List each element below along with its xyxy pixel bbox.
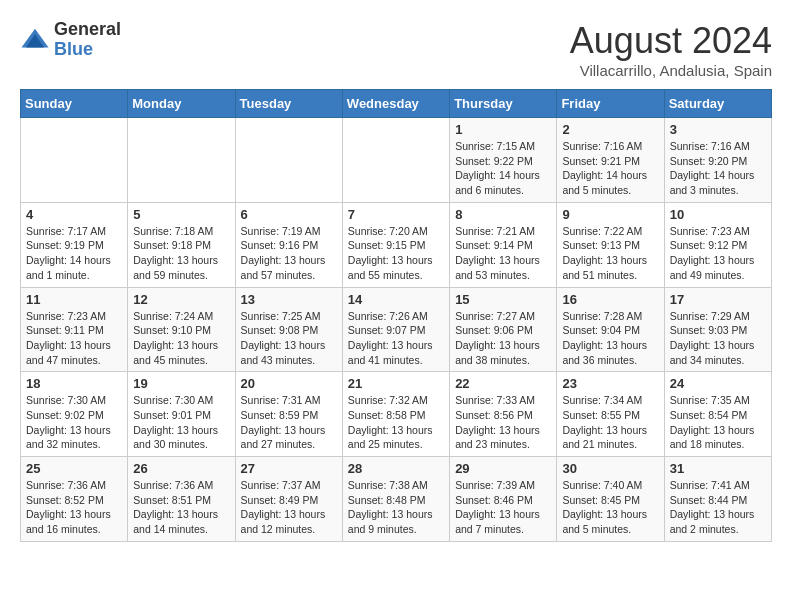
calendar-week-3: 11Sunrise: 7:23 AMSunset: 9:11 PMDayligh… bbox=[21, 287, 772, 372]
day-number: 21 bbox=[348, 376, 444, 391]
day-info: Sunrise: 7:29 AMSunset: 9:03 PMDaylight:… bbox=[670, 309, 766, 368]
day-info: Sunrise: 7:40 AMSunset: 8:45 PMDaylight:… bbox=[562, 478, 658, 537]
calendar-cell: 30Sunrise: 7:40 AMSunset: 8:45 PMDayligh… bbox=[557, 457, 664, 542]
day-info: Sunrise: 7:30 AMSunset: 9:02 PMDaylight:… bbox=[26, 393, 122, 452]
day-info: Sunrise: 7:33 AMSunset: 8:56 PMDaylight:… bbox=[455, 393, 551, 452]
day-number: 3 bbox=[670, 122, 766, 137]
weekday-header-friday: Friday bbox=[557, 90, 664, 118]
calendar-cell: 31Sunrise: 7:41 AMSunset: 8:44 PMDayligh… bbox=[664, 457, 771, 542]
calendar-cell: 13Sunrise: 7:25 AMSunset: 9:08 PMDayligh… bbox=[235, 287, 342, 372]
day-number: 1 bbox=[455, 122, 551, 137]
day-number: 25 bbox=[26, 461, 122, 476]
header: General Blue August 2024 Villacarrillo, … bbox=[20, 20, 772, 79]
day-info: Sunrise: 7:39 AMSunset: 8:46 PMDaylight:… bbox=[455, 478, 551, 537]
day-info: Sunrise: 7:20 AMSunset: 9:15 PMDaylight:… bbox=[348, 224, 444, 283]
calendar-cell: 11Sunrise: 7:23 AMSunset: 9:11 PMDayligh… bbox=[21, 287, 128, 372]
day-number: 8 bbox=[455, 207, 551, 222]
calendar-cell: 29Sunrise: 7:39 AMSunset: 8:46 PMDayligh… bbox=[450, 457, 557, 542]
calendar-cell: 17Sunrise: 7:29 AMSunset: 9:03 PMDayligh… bbox=[664, 287, 771, 372]
day-info: Sunrise: 7:23 AMSunset: 9:11 PMDaylight:… bbox=[26, 309, 122, 368]
day-number: 24 bbox=[670, 376, 766, 391]
day-info: Sunrise: 7:38 AMSunset: 8:48 PMDaylight:… bbox=[348, 478, 444, 537]
day-number: 15 bbox=[455, 292, 551, 307]
location-subtitle: Villacarrillo, Andalusia, Spain bbox=[570, 62, 772, 79]
day-number: 31 bbox=[670, 461, 766, 476]
day-number: 5 bbox=[133, 207, 229, 222]
calendar-cell bbox=[128, 118, 235, 203]
calendar-cell: 18Sunrise: 7:30 AMSunset: 9:02 PMDayligh… bbox=[21, 372, 128, 457]
day-info: Sunrise: 7:18 AMSunset: 9:18 PMDaylight:… bbox=[133, 224, 229, 283]
day-number: 18 bbox=[26, 376, 122, 391]
day-info: Sunrise: 7:22 AMSunset: 9:13 PMDaylight:… bbox=[562, 224, 658, 283]
calendar-cell: 8Sunrise: 7:21 AMSunset: 9:14 PMDaylight… bbox=[450, 202, 557, 287]
day-number: 27 bbox=[241, 461, 337, 476]
calendar-cell: 22Sunrise: 7:33 AMSunset: 8:56 PMDayligh… bbox=[450, 372, 557, 457]
calendar-cell: 25Sunrise: 7:36 AMSunset: 8:52 PMDayligh… bbox=[21, 457, 128, 542]
calendar-cell: 19Sunrise: 7:30 AMSunset: 9:01 PMDayligh… bbox=[128, 372, 235, 457]
weekday-header-wednesday: Wednesday bbox=[342, 90, 449, 118]
day-info: Sunrise: 7:31 AMSunset: 8:59 PMDaylight:… bbox=[241, 393, 337, 452]
weekday-header-tuesday: Tuesday bbox=[235, 90, 342, 118]
calendar-cell: 7Sunrise: 7:20 AMSunset: 9:15 PMDaylight… bbox=[342, 202, 449, 287]
day-info: Sunrise: 7:35 AMSunset: 8:54 PMDaylight:… bbox=[670, 393, 766, 452]
calendar-week-5: 25Sunrise: 7:36 AMSunset: 8:52 PMDayligh… bbox=[21, 457, 772, 542]
logo-general-text: General bbox=[54, 20, 121, 40]
weekday-header-sunday: Sunday bbox=[21, 90, 128, 118]
day-info: Sunrise: 7:27 AMSunset: 9:06 PMDaylight:… bbox=[455, 309, 551, 368]
calendar-cell: 12Sunrise: 7:24 AMSunset: 9:10 PMDayligh… bbox=[128, 287, 235, 372]
day-number: 4 bbox=[26, 207, 122, 222]
day-info: Sunrise: 7:16 AMSunset: 9:21 PMDaylight:… bbox=[562, 139, 658, 198]
day-number: 12 bbox=[133, 292, 229, 307]
calendar-cell bbox=[21, 118, 128, 203]
weekday-header-saturday: Saturday bbox=[664, 90, 771, 118]
calendar-cell: 5Sunrise: 7:18 AMSunset: 9:18 PMDaylight… bbox=[128, 202, 235, 287]
day-info: Sunrise: 7:15 AMSunset: 9:22 PMDaylight:… bbox=[455, 139, 551, 198]
calendar-cell bbox=[235, 118, 342, 203]
day-info: Sunrise: 7:24 AMSunset: 9:10 PMDaylight:… bbox=[133, 309, 229, 368]
calendar-cell: 20Sunrise: 7:31 AMSunset: 8:59 PMDayligh… bbox=[235, 372, 342, 457]
calendar-cell: 10Sunrise: 7:23 AMSunset: 9:12 PMDayligh… bbox=[664, 202, 771, 287]
calendar-cell: 27Sunrise: 7:37 AMSunset: 8:49 PMDayligh… bbox=[235, 457, 342, 542]
day-info: Sunrise: 7:17 AMSunset: 9:19 PMDaylight:… bbox=[26, 224, 122, 283]
day-info: Sunrise: 7:28 AMSunset: 9:04 PMDaylight:… bbox=[562, 309, 658, 368]
title-area: August 2024 Villacarrillo, Andalusia, Sp… bbox=[570, 20, 772, 79]
day-info: Sunrise: 7:25 AMSunset: 9:08 PMDaylight:… bbox=[241, 309, 337, 368]
day-info: Sunrise: 7:19 AMSunset: 9:16 PMDaylight:… bbox=[241, 224, 337, 283]
calendar-cell: 9Sunrise: 7:22 AMSunset: 9:13 PMDaylight… bbox=[557, 202, 664, 287]
day-number: 6 bbox=[241, 207, 337, 222]
day-info: Sunrise: 7:37 AMSunset: 8:49 PMDaylight:… bbox=[241, 478, 337, 537]
day-number: 19 bbox=[133, 376, 229, 391]
calendar-table: SundayMondayTuesdayWednesdayThursdayFrid… bbox=[20, 89, 772, 542]
calendar-week-2: 4Sunrise: 7:17 AMSunset: 9:19 PMDaylight… bbox=[21, 202, 772, 287]
month-title: August 2024 bbox=[570, 20, 772, 62]
day-number: 29 bbox=[455, 461, 551, 476]
calendar-cell: 6Sunrise: 7:19 AMSunset: 9:16 PMDaylight… bbox=[235, 202, 342, 287]
day-number: 28 bbox=[348, 461, 444, 476]
weekday-header-thursday: Thursday bbox=[450, 90, 557, 118]
weekday-row: SundayMondayTuesdayWednesdayThursdayFrid… bbox=[21, 90, 772, 118]
day-number: 20 bbox=[241, 376, 337, 391]
day-number: 30 bbox=[562, 461, 658, 476]
calendar-cell: 16Sunrise: 7:28 AMSunset: 9:04 PMDayligh… bbox=[557, 287, 664, 372]
logo-blue-text: Blue bbox=[54, 40, 121, 60]
day-info: Sunrise: 7:21 AMSunset: 9:14 PMDaylight:… bbox=[455, 224, 551, 283]
calendar-cell: 3Sunrise: 7:16 AMSunset: 9:20 PMDaylight… bbox=[664, 118, 771, 203]
logo-text: General Blue bbox=[54, 20, 121, 60]
calendar-cell: 1Sunrise: 7:15 AMSunset: 9:22 PMDaylight… bbox=[450, 118, 557, 203]
logo-icon bbox=[20, 25, 50, 55]
day-info: Sunrise: 7:16 AMSunset: 9:20 PMDaylight:… bbox=[670, 139, 766, 198]
weekday-header-monday: Monday bbox=[128, 90, 235, 118]
calendar-header: SundayMondayTuesdayWednesdayThursdayFrid… bbox=[21, 90, 772, 118]
day-number: 7 bbox=[348, 207, 444, 222]
day-number: 17 bbox=[670, 292, 766, 307]
calendar-body: 1Sunrise: 7:15 AMSunset: 9:22 PMDaylight… bbox=[21, 118, 772, 542]
day-info: Sunrise: 7:36 AMSunset: 8:52 PMDaylight:… bbox=[26, 478, 122, 537]
day-info: Sunrise: 7:30 AMSunset: 9:01 PMDaylight:… bbox=[133, 393, 229, 452]
calendar-cell: 21Sunrise: 7:32 AMSunset: 8:58 PMDayligh… bbox=[342, 372, 449, 457]
day-number: 22 bbox=[455, 376, 551, 391]
calendar-week-4: 18Sunrise: 7:30 AMSunset: 9:02 PMDayligh… bbox=[21, 372, 772, 457]
calendar-cell: 23Sunrise: 7:34 AMSunset: 8:55 PMDayligh… bbox=[557, 372, 664, 457]
calendar-cell: 26Sunrise: 7:36 AMSunset: 8:51 PMDayligh… bbox=[128, 457, 235, 542]
day-number: 10 bbox=[670, 207, 766, 222]
day-number: 11 bbox=[26, 292, 122, 307]
